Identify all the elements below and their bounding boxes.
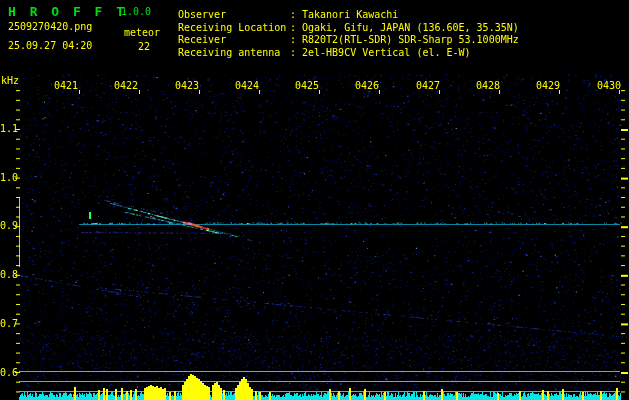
- freq-tick-label: 1.0: [0, 173, 15, 183]
- time-tick-label: 0430: [597, 81, 621, 91]
- hrofft-window: H R O F F T 1.0.0 2509270420.png meteor …: [0, 0, 629, 400]
- freq-tick-label: 0.7: [0, 319, 15, 329]
- time-tick-label: 0426: [355, 81, 379, 91]
- freq-axis-unit: kHz: [1, 76, 19, 86]
- spectrogram-canvas: [0, 0, 629, 400]
- time-tick-label: 0423: [175, 81, 199, 91]
- info-label: Observer: [178, 9, 290, 22]
- info-colon: :: [290, 9, 302, 22]
- info-label: Receiver: [178, 34, 290, 47]
- freq-tick-label: 1.1: [0, 124, 15, 134]
- info-row-receiver: Receiver:R820T2(RTL-SDR) SDR-Sharp 53.10…: [178, 34, 519, 47]
- echo-count: 22: [138, 42, 150, 52]
- time-tick-label: 0429: [536, 81, 560, 91]
- app-title: H R O F F T: [8, 5, 127, 18]
- info-label: Receiving Location: [178, 22, 290, 35]
- time-tick-label: 0428: [476, 81, 500, 91]
- output-filename: 2509270420.png: [8, 22, 92, 32]
- app-version: 1.0.0: [121, 7, 151, 17]
- info-row-location: Receiving Location:Ogaki, Gifu, JAPAN (1…: [178, 22, 519, 35]
- freq-tick-label: 0.8: [0, 270, 15, 280]
- info-colon: :: [290, 22, 302, 35]
- freq-tick-label: 0.9: [0, 221, 15, 231]
- info-row-observer: Observer:Takanori Kawachi: [178, 9, 519, 22]
- time-tick-label: 0424: [235, 81, 259, 91]
- info-colon: :: [290, 47, 302, 60]
- time-tick-label: 0427: [416, 81, 440, 91]
- info-value: Ogaki, Gifu, JAPAN (136.60E, 35.35N): [302, 22, 519, 35]
- time-tick-label: 0425: [295, 81, 319, 91]
- info-value: Takanori Kawachi: [302, 9, 398, 22]
- info-value: R820T2(RTL-SDR) SDR-Sharp 53.1000MHz: [302, 34, 519, 47]
- freq-tick-label: 0.6: [0, 368, 15, 378]
- info-label: Receiving antenna: [178, 47, 290, 60]
- info-colon: :: [290, 34, 302, 47]
- info-value: 2el-HB9CV Vertical (el. E-W): [302, 47, 471, 60]
- time-tick-label: 0422: [114, 81, 138, 91]
- info-row-antenna: Receiving antenna:2el-HB9CV Vertical (el…: [178, 47, 519, 60]
- observation-mode: meteor: [124, 28, 160, 38]
- time-tick-label: 0421: [54, 81, 78, 91]
- observation-datetime: 25.09.27 04:20: [8, 41, 92, 51]
- station-info: Observer:Takanori Kawachi Receiving Loca…: [178, 9, 519, 60]
